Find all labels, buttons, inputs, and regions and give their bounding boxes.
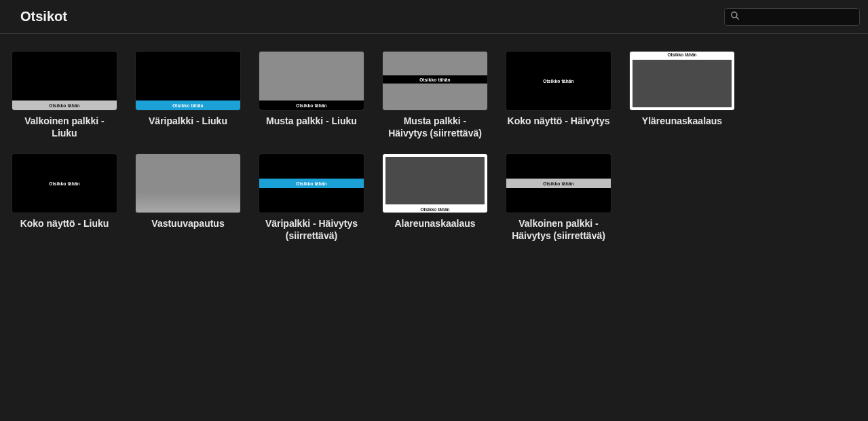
title-grid: Otsikko tähän Valkoinen palkki - Liuku O… <box>0 34 868 259</box>
tile-ylareunaskaalaus[interactable]: Otsikko tähän Yläreunaskaalaus <box>630 52 734 139</box>
thumbnail-text: Otsikko tähän <box>12 180 117 187</box>
tile-thumbnail: Otsikko tähän <box>12 52 117 110</box>
thumbnail-text: Otsikko tähän <box>49 103 80 108</box>
tile-koko-naytto-liuku[interactable]: Otsikko tähän Koko näyttö - Liuku <box>12 154 117 242</box>
thumbnail-text: Otsikko tähän <box>383 207 487 212</box>
thumbnail-text: Otsikko tähän <box>172 103 204 108</box>
thumbnail-strip: Otsikko tähän <box>506 179 611 188</box>
tile-label: Musta palkki - Häivytys (siirrettävä) <box>383 115 487 139</box>
thumbnail-text: Otsikko tähän <box>543 181 574 186</box>
tile-thumbnail: Otsikko tähän <box>136 52 240 110</box>
thumbnail-text: Otsikko tähän <box>296 103 327 108</box>
thumbnail-strip: Otsikko tähän <box>383 75 487 84</box>
tile-label: Koko näyttö - Liuku <box>20 218 109 241</box>
tile-thumbnail: Otsikko tähän <box>12 154 117 213</box>
tile-varipalkki-liuku[interactable]: Otsikko tähän Väripalkki - Liuku <box>136 52 240 139</box>
thumbnail-strip: Otsikko tähän <box>136 100 240 110</box>
tile-label: Valkoinen palkki - Häivytys (siirrettävä… <box>506 218 611 242</box>
tile-varipalkki-haivytys[interactable]: Otsikko tähän Väripalkki - Häivytys (sii… <box>259 154 364 242</box>
tile-thumbnail: Otsikko tähän <box>383 52 487 110</box>
thumbnail-text: Otsikko tähän <box>419 77 451 82</box>
tile-thumbnail: Otsikko tähän <box>506 154 611 213</box>
tile-label: Vastuuvapautus <box>151 218 224 241</box>
tile-thumbnail: Otsikko tähän <box>383 154 487 213</box>
tile-thumbnail: Otsikko tähän <box>259 52 364 110</box>
tile-label: Musta palkki - Liuku <box>266 115 357 139</box>
tile-thumbnail: Otsikko tähän <box>506 52 611 110</box>
tile-thumbnail: Otsikko tähän <box>630 52 734 110</box>
thumbnail-inner <box>385 157 485 204</box>
thumbnail-text: Otsikko tähän <box>506 77 611 85</box>
thumbnail-strip: Otsikko tähän <box>259 179 364 188</box>
tile-vastuuvapautus[interactable]: Vastuuvapautus <box>136 154 240 242</box>
svg-line-1 <box>736 16 739 19</box>
tile-valkoinen-palkki-liuku[interactable]: Otsikko tähän Valkoinen palkki - Liuku <box>12 52 117 139</box>
tile-thumbnail <box>136 154 240 213</box>
tile-label: Koko näyttö - Häivytys <box>508 115 610 139</box>
tile-label: Valkoinen palkki - Liuku <box>12 115 117 139</box>
thumbnail-text: Otsikko tähän <box>296 181 327 186</box>
tile-musta-palkki-liuku[interactable]: Otsikko tähän Musta palkki - Liuku <box>259 52 364 139</box>
tile-koko-naytto-haivytys[interactable]: Otsikko tähän Koko näyttö - Häivytys <box>506 52 611 139</box>
page-title: Otsikot <box>20 9 67 24</box>
thumbnail-strip: Otsikko tähän <box>12 100 117 110</box>
search-field[interactable] <box>724 8 860 26</box>
tile-valkoinen-palkki-haivytys[interactable]: Otsikko tähän Valkoinen palkki - Häivyty… <box>506 154 611 242</box>
thumbnail-inner <box>633 60 732 107</box>
search-icon <box>730 11 740 23</box>
tile-label: Yläreunaskaalaus <box>642 115 722 139</box>
tile-musta-palkki-haivytys[interactable]: Otsikko tähän Musta palkki - Häivytys (s… <box>383 52 487 139</box>
tile-thumbnail: Otsikko tähän <box>259 154 364 213</box>
tile-alareunaskaalaus[interactable]: Otsikko tähän Alareunaskaalaus <box>383 154 487 242</box>
tile-label: Alareunaskaalaus <box>394 218 475 241</box>
tile-label: Väripalkki - Liuku <box>149 115 227 139</box>
thumbnail-text: Otsikko tähän <box>630 52 734 57</box>
thumbnail-strip: Otsikko tähän <box>259 100 364 110</box>
search-input[interactable] <box>744 12 854 22</box>
header: Otsikot <box>0 0 868 34</box>
tile-label: Väripalkki - Häivytys (siirrettävä) <box>259 218 364 242</box>
